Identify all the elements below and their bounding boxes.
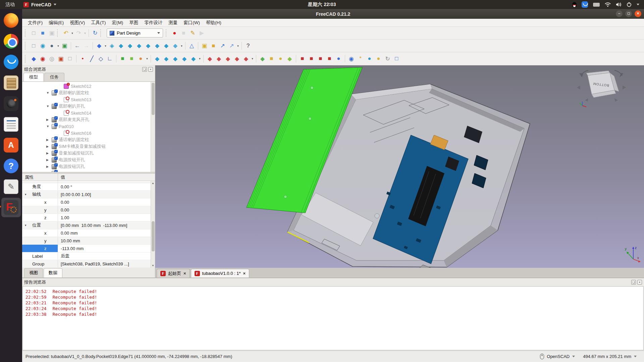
toolbar-item[interactable] (25, 55, 28, 63)
expander-icon[interactable]: ▶ (46, 165, 52, 168)
toolbar-item[interactable] (185, 42, 185, 50)
measure-linear[interactable]: □ (392, 54, 401, 63)
minimize-button[interactable]: – (616, 10, 623, 17)
create-part[interactable]: ▣ (200, 41, 209, 50)
subtractive-loft[interactable]: ◆ (232, 54, 241, 63)
3d-model[interactable] (155, 65, 644, 268)
view-front[interactable]: ◆ (116, 41, 125, 50)
mirrored[interactable]: ◆ (258, 54, 267, 63)
toolbar-item[interactable] (71, 42, 71, 50)
expander-icon[interactable]: ▶ (46, 152, 52, 155)
toolbar-item[interactable] (57, 29, 60, 37)
tree-item[interactable]: Sketch014 (22, 110, 155, 116)
property-row[interactable]: ▾轴线 [0.00 0.00 1.00] (22, 191, 155, 198)
polar-pattern[interactable]: ● (276, 54, 285, 63)
expander-icon[interactable]: ▼ (46, 91, 52, 95)
dock-item[interactable] (1, 32, 21, 51)
macro-edit[interactable]: ✎ (188, 28, 197, 38)
property-value[interactable] (58, 181, 155, 183)
combo-view-tab[interactable]: 模型 (23, 73, 44, 81)
menu-item[interactable]: 零件设计 (141, 19, 165, 26)
tree-item[interactable]: Sketch016 (22, 130, 155, 136)
thickness[interactable]: ● (334, 54, 343, 63)
chamfer[interactable]: ■ (307, 54, 316, 63)
dock-item[interactable] (1, 156, 21, 176)
menu-item[interactable]: 文件(F) (25, 19, 46, 26)
workbench-selector[interactable]: Part Design (107, 28, 163, 38)
property-value[interactable]: 0.00 (58, 198, 155, 206)
toolbar-item[interactable] (89, 29, 89, 37)
property-value[interactable]: [0.00 mm 10.00 mm -113.00 mm] (58, 222, 155, 229)
viewport-dimensions[interactable]: 494.67 mm x 205.21 mm (583, 354, 631, 359)
fit-selection[interactable]: ◉ (38, 41, 47, 50)
toolbar-item[interactable] (93, 42, 93, 50)
power-icon[interactable] (627, 2, 632, 7)
menu-item[interactable]: 编辑(E) (46, 19, 67, 26)
expander-icon[interactable]: ▶ (46, 118, 52, 121)
shaft-design[interactable]: ↻ (383, 54, 392, 63)
std-undo-menu[interactable]: ▾ (70, 28, 74, 38)
volume-icon[interactable] (616, 2, 622, 7)
property-value[interactable]: 0.00 ° (58, 183, 155, 190)
property-row[interactable]: y 0.00 (22, 206, 155, 214)
view-bottom[interactable]: ◆ (153, 41, 162, 50)
view-isometric[interactable]: ◆ (95, 41, 104, 50)
dock-item[interactable] (1, 115, 21, 134)
toolbar-item[interactable] (198, 42, 198, 50)
selection-view[interactable]: ▣ (60, 41, 69, 50)
combo-bottom-tab[interactable]: 数据 (44, 268, 62, 278)
make-sub-link[interactable]: ↗ (227, 41, 236, 50)
tree-item[interactable]: ▼ 底部喇叭固定柱 (22, 89, 155, 96)
qq-icon[interactable] (572, 2, 577, 7)
toolbar-item[interactable] (76, 55, 76, 63)
linear-pattern[interactable]: ■ (267, 54, 276, 63)
tree-item[interactable]: ▶ 电源按钮沉孔 (22, 163, 155, 170)
tree-item[interactable]: ▶ 音量加减按钮沉孔 (22, 150, 155, 157)
check-geometry[interactable]: ◉ (347, 54, 356, 63)
additive-loft[interactable]: ◆ (171, 54, 180, 63)
combo-bottom-tab[interactable]: 视图 (24, 268, 43, 278)
dock-item[interactable] (1, 135, 21, 155)
toolbar-item[interactable] (25, 42, 28, 50)
close-panel-icon[interactable]: × (148, 67, 153, 72)
navigation-cube[interactable]: BOTTOM (576, 69, 627, 111)
make-link[interactable]: ↗ (218, 41, 227, 50)
validate-sketch[interactable]: □ (65, 54, 74, 63)
property-row[interactable]: x 0.00 (22, 198, 155, 206)
chevron-down-icon[interactable] (634, 356, 637, 357)
toolbar-item[interactable] (100, 29, 103, 37)
tree-item[interactable]: Sketch013 (22, 96, 155, 103)
std-new[interactable]: □ (29, 28, 38, 38)
toolbar-item[interactable] (203, 55, 204, 63)
close-button[interactable]: × (635, 10, 641, 17)
subtractive-menu[interactable]: ▾ (251, 54, 254, 63)
revolution[interactable]: ◆ (162, 54, 171, 63)
dock-item[interactable] (1, 94, 21, 113)
tree-item[interactable]: ▼ Pad010 (22, 123, 155, 130)
sketch-polyline[interactable]: ∟ (105, 54, 114, 63)
std-redo[interactable]: ↷ (74, 28, 83, 38)
subtractive-pipe[interactable]: ◆ (241, 54, 251, 63)
tree-item[interactable]: Sketch012 (22, 83, 155, 89)
rotate-view-menu[interactable]: ▾ (180, 41, 183, 50)
document-tab[interactable]: F tubaobaoV1.0.0 : 1* × (191, 269, 250, 278)
fit-all[interactable]: □ (29, 41, 38, 50)
float-panel-icon[interactable]: ❏ (631, 280, 636, 285)
chevron-down-icon[interactable] (637, 4, 639, 5)
pocket[interactable]: ◆ (205, 54, 214, 63)
menu-item[interactable]: 视图(V) (67, 19, 88, 26)
multitransform[interactable]: ◆ (285, 54, 294, 63)
tree-item[interactable]: ▶ SIM卡槽及音量加减按钮 (22, 143, 155, 150)
create-body[interactable]: ◆ (29, 54, 38, 63)
dock-item[interactable] (1, 11, 21, 30)
toolbar-item[interactable] (151, 55, 151, 63)
map-sketch[interactable]: ▣ (56, 54, 65, 63)
involute-gear[interactable]: ● (365, 54, 374, 63)
property-row[interactable]: Label 后盖 (22, 252, 155, 260)
additive-helix[interactable]: ◆ (189, 54, 198, 63)
app-menu[interactable]: F FreeCAD (20, 2, 60, 7)
property-row[interactable]: ▾位置 [0.00 mm 10.00 mm -113.00 mm] (22, 222, 155, 229)
view-rear[interactable]: ◆ (144, 41, 153, 50)
draw-style-menu[interactable]: ▾ (56, 41, 60, 50)
expander-icon[interactable]: ▶ (46, 158, 52, 162)
